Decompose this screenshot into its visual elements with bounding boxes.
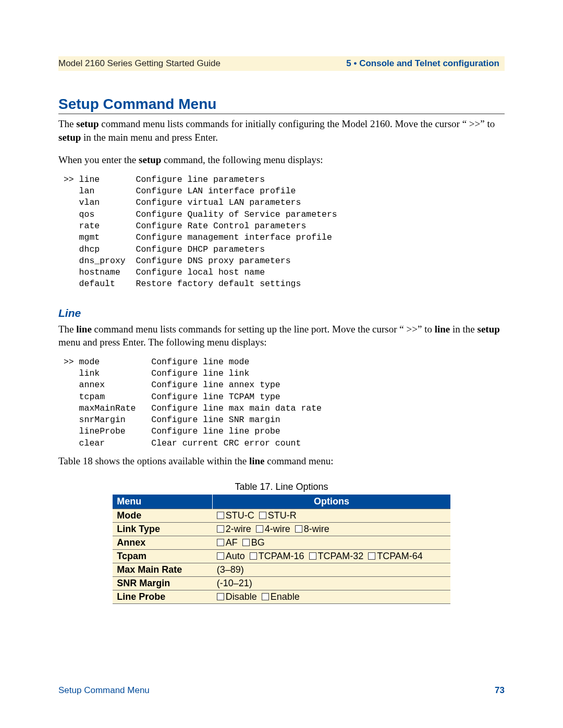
option-item: STU-R	[259, 510, 297, 521]
option-item: Disable	[217, 591, 257, 602]
line-menu-listing: >> mode Configure line mode link Configu…	[58, 356, 505, 449]
option-item: 4-wire	[256, 524, 290, 535]
options-cell: (-10–21)	[213, 576, 450, 590]
table-row: ModeSTU-C STU-R	[113, 509, 450, 522]
checkbox-icon	[368, 552, 375, 560]
option-item: Auto	[217, 551, 245, 562]
table-header-row: Menu Options	[113, 495, 450, 509]
option-label: BG	[251, 537, 265, 548]
menu-cell: Annex	[113, 536, 213, 549]
option-item: BG	[242, 537, 265, 548]
line-heading: Line	[58, 307, 505, 319]
options-cell: STU-C STU-R	[213, 509, 450, 522]
header-left: Model 2160 Series Getting Started Guide	[58, 58, 221, 69]
option-item: 2-wire	[217, 524, 251, 535]
option-label: STU-R	[268, 510, 297, 521]
checkbox-icon	[217, 512, 224, 519]
options-cell: 2-wire 4-wire 8-wire	[213, 522, 450, 536]
header-right: 5 • Console and Telnet configuration	[346, 58, 499, 69]
option-item: TCPAM-16	[250, 551, 304, 562]
checkbox-icon	[259, 512, 266, 519]
table-row: Max Main Rate(3–89)	[113, 563, 450, 576]
menu-cell: Tcpam	[113, 549, 213, 563]
table-row: AnnexAF BG	[113, 536, 450, 549]
option-label: 2-wire	[226, 524, 251, 534]
options-cell: Disable Enable	[213, 590, 450, 603]
option-item: Enable	[262, 591, 300, 602]
checkbox-icon	[242, 539, 250, 546]
setup-menu-listing: >> line Configure line parameters lan Co…	[58, 174, 505, 290]
intro-paragraph-2: When you enter the setup command, the fo…	[58, 153, 505, 167]
checkbox-icon	[217, 593, 224, 600]
option-item: STU-C	[217, 510, 254, 521]
options-cell: AF BG	[213, 536, 450, 549]
checkbox-icon	[262, 593, 269, 600]
options-cell: Auto TCPAM-16 TCPAM-32 TCPAM-64	[213, 549, 450, 563]
checkbox-icon	[256, 525, 263, 533]
table-row: Line ProbeDisable Enable	[113, 590, 450, 603]
menu-cell: Max Main Rate	[113, 563, 213, 576]
line-intro-paragraph: The line command menu lists commands for…	[58, 323, 505, 349]
line-options-table: Menu Options ModeSTU-C STU-R Link Type2-…	[113, 495, 450, 604]
option-label: TCPAM-16	[259, 551, 304, 561]
option-item: 8-wire	[295, 524, 329, 535]
menu-cell: Mode	[113, 509, 213, 522]
table-row: SNR Margin(-10–21)	[113, 576, 450, 590]
option-label: TCPAM-32	[318, 551, 364, 561]
checkbox-icon	[217, 525, 224, 533]
checkbox-icon	[250, 552, 257, 560]
menu-cell: Link Type	[113, 522, 213, 536]
checkbox-icon	[295, 525, 302, 533]
footer-page-number: 73	[495, 685, 505, 696]
option-label: 4-wire	[265, 524, 290, 534]
option-label: Enable	[271, 591, 300, 602]
page: Model 2160 Series Getting Started Guide …	[0, 0, 563, 728]
table-row: Link Type2-wire 4-wire 8-wire	[113, 522, 450, 536]
option-label: STU-C	[226, 510, 254, 521]
col-header-options: Options	[213, 495, 450, 509]
option-label: Disable	[226, 591, 257, 602]
option-label: AF	[226, 537, 238, 548]
col-header-menu: Menu	[113, 495, 213, 509]
option-label: 8-wire	[304, 524, 329, 534]
table-row: TcpamAuto TCPAM-16 TCPAM-32 TCPAM-64	[113, 549, 450, 563]
option-item: TCPAM-64	[368, 551, 423, 562]
page-footer: Setup Command Menu 73	[58, 685, 505, 696]
option-label: Auto	[226, 551, 245, 561]
options-cell: (3–89)	[213, 563, 450, 576]
checkbox-icon	[217, 539, 224, 546]
footer-section: Setup Command Menu	[58, 685, 150, 696]
checkbox-icon	[309, 552, 316, 560]
option-item: AF	[217, 537, 238, 548]
section-title: Setup Command Menu	[58, 96, 505, 114]
intro-paragraph-1: The setup command menu lists commands fo…	[58, 117, 505, 144]
option-item: TCPAM-32	[309, 551, 364, 562]
table-caption: Table 17. Line Options	[58, 482, 505, 492]
option-label: TCPAM-64	[377, 551, 423, 561]
running-header: Model 2160 Series Getting Started Guide …	[58, 56, 505, 71]
post-line-menu-paragraph: Table 18 shows the options available wit…	[58, 454, 505, 468]
menu-cell: Line Probe	[113, 590, 213, 603]
menu-cell: SNR Margin	[113, 576, 213, 590]
checkbox-icon	[217, 552, 224, 560]
